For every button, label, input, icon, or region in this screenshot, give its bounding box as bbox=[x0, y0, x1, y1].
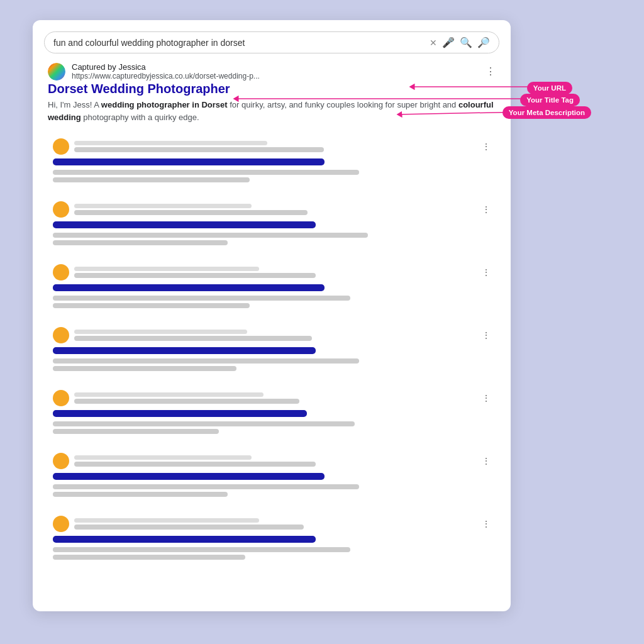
site-line-1 bbox=[74, 330, 247, 334]
title-annotation-label: Your Title Tag bbox=[520, 94, 580, 106]
site-line-2 bbox=[74, 147, 324, 152]
result-more-icon[interactable]: ⋮ bbox=[482, 330, 491, 340]
site-info: Captured by Jessica https://www.captured… bbox=[72, 62, 260, 80]
result-more-icon[interactable]: ⋮ bbox=[482, 267, 491, 277]
site-favicon bbox=[48, 63, 65, 80]
result-item-header: ⋮ bbox=[53, 390, 491, 406]
result-item-header: ⋮ bbox=[53, 201, 491, 218]
result-title-bar[interactable] bbox=[53, 347, 316, 354]
desc-line-1 bbox=[53, 170, 359, 175]
result-avatar bbox=[53, 516, 69, 532]
result-description: Hi, I'm Jess! A wedding photographer in … bbox=[48, 99, 496, 123]
result-site-lines bbox=[74, 455, 477, 467]
site-line-2 bbox=[74, 462, 316, 467]
result-site-lines bbox=[74, 518, 477, 530]
desc-line-1 bbox=[53, 547, 350, 552]
meta-annotation-label: Your Meta Description bbox=[502, 106, 591, 119]
favicon-img bbox=[48, 63, 65, 80]
result-item-header: ⋮ bbox=[53, 264, 491, 280]
site-line-2 bbox=[74, 336, 312, 341]
site-line-1 bbox=[74, 141, 267, 145]
result-item-header: ⋮ bbox=[53, 327, 491, 343]
result-desc-lines bbox=[53, 547, 491, 560]
search-bar-container: fun and colourful wedding photographer i… bbox=[33, 20, 511, 60]
site-line-1 bbox=[74, 392, 264, 397]
desc-line-1 bbox=[53, 358, 359, 364]
search-submit-icon[interactable]: 🔎 bbox=[477, 36, 490, 48]
result-more-icon[interactable]: ⋮ bbox=[482, 519, 491, 529]
result-site-lines bbox=[74, 392, 477, 404]
result-site-lines bbox=[74, 330, 477, 341]
result-avatar bbox=[53, 264, 69, 280]
result-title-bar[interactable] bbox=[53, 536, 316, 543]
result-title-bar[interactable] bbox=[53, 158, 325, 165]
result-desc-lines bbox=[53, 484, 491, 497]
result-item-header: ⋮ bbox=[53, 516, 491, 532]
search-bar[interactable]: fun and colourful wedding photographer i… bbox=[44, 31, 499, 53]
result-more-icon[interactable]: ⋮ bbox=[482, 142, 491, 152]
search-icons: ✕ 🎤 🔍 🔎 bbox=[430, 36, 490, 48]
browser-window: fun and colourful wedding photographer i… bbox=[33, 20, 511, 611]
site-line-1 bbox=[74, 518, 259, 523]
desc-line-1 bbox=[53, 484, 359, 489]
site-line-2 bbox=[74, 399, 299, 404]
result-item: ⋮ bbox=[44, 382, 499, 441]
desc-line-2 bbox=[53, 429, 219, 434]
result-site-lines bbox=[74, 204, 477, 215]
result-desc-lines bbox=[53, 358, 491, 371]
result-title-bar[interactable] bbox=[53, 410, 307, 417]
desc-line-1 bbox=[53, 421, 355, 426]
result-item: ⋮ bbox=[44, 508, 499, 567]
result-item: ⋮ bbox=[44, 319, 499, 379]
result-more-icon[interactable]: ⋮ bbox=[482, 204, 491, 214]
result-title-bar[interactable] bbox=[53, 221, 316, 228]
result-title[interactable]: Dorset Wedding Photographer bbox=[48, 82, 496, 96]
more-options-icon[interactable]: ⋮ bbox=[486, 65, 496, 77]
desc-line-2 bbox=[53, 555, 245, 560]
result-item: ⋮ bbox=[44, 257, 499, 316]
result-site-lines bbox=[74, 267, 477, 278]
result-avatar bbox=[53, 201, 69, 218]
desc-line-2 bbox=[53, 177, 250, 182]
result-desc-lines bbox=[53, 170, 491, 182]
site-line-2 bbox=[74, 525, 304, 530]
result-item: ⋮ bbox=[44, 445, 499, 504]
result-avatar bbox=[53, 390, 69, 406]
site-name: Captured by Jessica bbox=[72, 62, 260, 72]
results-list: ⋮ ⋮ bbox=[33, 131, 511, 567]
site-line-2 bbox=[74, 210, 308, 215]
result-title-bar[interactable] bbox=[53, 473, 325, 480]
result-item-header: ⋮ bbox=[53, 138, 491, 155]
result-item: ⋮ bbox=[44, 131, 499, 190]
search-input[interactable]: fun and colourful wedding photographer i… bbox=[53, 38, 425, 48]
site-header: Captured by Jessica https://www.captured… bbox=[48, 62, 496, 80]
site-line-2 bbox=[74, 273, 316, 278]
url-annotation-label: Your URL bbox=[527, 82, 572, 94]
mic-icon[interactable]: 🎤 bbox=[442, 36, 455, 48]
desc-line-1 bbox=[53, 296, 350, 301]
result-item-header: ⋮ bbox=[53, 453, 491, 469]
desc-line-2 bbox=[53, 492, 228, 497]
result-desc-lines bbox=[53, 233, 491, 245]
result-title-bar[interactable] bbox=[53, 284, 325, 291]
result-desc-lines bbox=[53, 421, 491, 434]
result-site-lines bbox=[74, 141, 477, 152]
clear-icon[interactable]: ✕ bbox=[430, 38, 437, 48]
result-avatar bbox=[53, 138, 69, 155]
desc-line-1 bbox=[53, 233, 368, 238]
site-line-1 bbox=[74, 204, 252, 208]
result-avatar bbox=[53, 327, 69, 343]
result-more-icon[interactable]: ⋮ bbox=[482, 456, 491, 466]
site-line-1 bbox=[74, 267, 259, 271]
desc-line-2 bbox=[53, 240, 228, 245]
result-more-icon[interactable]: ⋮ bbox=[482, 393, 491, 403]
site-url[interactable]: https://www.capturedbyjessica.co.uk/dors… bbox=[72, 72, 260, 80]
desc-line-2 bbox=[53, 366, 236, 371]
site-line-1 bbox=[74, 455, 252, 460]
first-result: Captured by Jessica https://www.captured… bbox=[33, 60, 511, 131]
desc-line-2 bbox=[53, 303, 250, 308]
result-item: ⋮ bbox=[44, 194, 499, 253]
lens-icon[interactable]: 🔍 bbox=[460, 36, 472, 48]
result-desc-lines bbox=[53, 296, 491, 308]
result-avatar bbox=[53, 453, 69, 469]
